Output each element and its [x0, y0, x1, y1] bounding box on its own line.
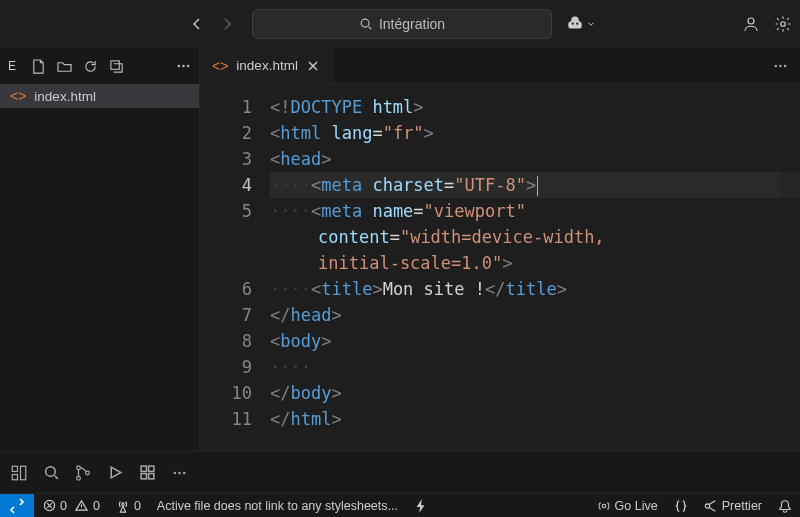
svg-point-8	[779, 64, 781, 66]
code-line[interactable]: </head>	[270, 302, 800, 328]
code-line[interactable]: initial-scale=1.0">	[270, 250, 800, 276]
panel-tab-bar	[0, 451, 800, 493]
code-line[interactable]: ····<meta name="viewport"	[270, 198, 800, 224]
svg-point-16	[86, 471, 90, 475]
error-icon	[42, 499, 56, 513]
status-prettier[interactable]: Prettier	[696, 494, 770, 518]
svg-point-23	[182, 471, 184, 473]
lightning-icon	[414, 499, 428, 513]
radio-tower-icon	[116, 499, 130, 513]
file-tree-item[interactable]: <> index.html	[0, 84, 199, 108]
close-icon[interactable]	[306, 59, 320, 73]
status-css-message[interactable]: Active file does not link to any stylesh…	[149, 494, 406, 518]
minimap[interactable]	[780, 84, 800, 451]
code-line[interactable]: ····<title>Mon site !</title>	[270, 276, 800, 302]
status-warnings-count: 0	[93, 499, 100, 513]
svg-point-1	[748, 18, 754, 24]
status-lightning[interactable]	[406, 494, 436, 518]
svg-point-7	[775, 64, 777, 66]
svg-point-21	[173, 471, 175, 473]
explorer-header: E	[0, 48, 199, 84]
titlebar: Intégration	[0, 0, 800, 48]
remote-button[interactable]	[0, 494, 34, 518]
extensions-icon[interactable]	[138, 464, 156, 482]
search-panel-icon[interactable]	[42, 464, 60, 482]
status-notifications[interactable]	[770, 494, 800, 518]
collapse-all-icon[interactable]	[108, 58, 124, 74]
new-folder-icon[interactable]	[56, 58, 72, 74]
line-number: 8	[200, 328, 252, 354]
code-line[interactable]: ····<meta charset="UTF-8">	[270, 172, 800, 198]
code-line[interactable]: <html lang="fr">	[270, 120, 800, 146]
svg-rect-11	[12, 474, 17, 479]
nav-back-button[interactable]	[188, 15, 206, 33]
new-file-icon[interactable]	[30, 58, 46, 74]
code-line[interactable]: <head>	[270, 146, 800, 172]
code-line[interactable]: </body>	[270, 380, 800, 406]
file-tree-item-label: index.html	[34, 89, 96, 104]
line-number: 9	[200, 354, 252, 380]
svg-rect-19	[141, 474, 146, 479]
status-golive-label: Go Live	[615, 499, 658, 513]
code-line[interactable]: ····	[270, 354, 800, 380]
explorer-more-icon[interactable]	[175, 58, 191, 74]
tab-more-icon[interactable]	[773, 64, 788, 68]
brace-icon	[674, 499, 688, 513]
explorer-sidebar: E <> index.html	[0, 48, 200, 451]
code-line[interactable]: <body>	[270, 328, 800, 354]
code-line[interactable]: <!DOCTYPE html>	[270, 94, 800, 120]
line-number: 7	[200, 302, 252, 328]
svg-point-26	[602, 504, 606, 508]
code-line[interactable]: content="width=device-width,	[270, 224, 800, 250]
svg-point-9	[784, 64, 786, 66]
status-prettier-label: Prettier	[722, 499, 762, 513]
run-debug-icon[interactable]	[106, 464, 124, 482]
nav-forward-button[interactable]	[218, 15, 236, 33]
editor-tab[interactable]: <> index.html	[200, 47, 333, 83]
code-content[interactable]: <!DOCTYPE html><html lang="fr"><head>···…	[270, 84, 800, 451]
copilot-menu[interactable]	[566, 15, 596, 33]
status-brace[interactable]	[666, 494, 696, 518]
status-errors-count: 0	[60, 499, 67, 513]
explorer-letter: E	[8, 59, 16, 73]
source-control-icon[interactable]	[74, 464, 92, 482]
svg-rect-17	[141, 466, 146, 471]
code-line[interactable]: </html>	[270, 406, 800, 432]
status-bar: 0 0 0 Active file does not link to any s…	[0, 493, 800, 517]
search-icon	[359, 17, 373, 31]
line-number: 10	[200, 380, 252, 406]
status-golive[interactable]: Go Live	[589, 494, 666, 518]
svg-point-13	[45, 467, 55, 477]
main-area: E <> index.html <> i	[0, 48, 800, 451]
line-number: 1	[200, 94, 252, 120]
status-ports[interactable]: 0	[108, 494, 149, 518]
search-text: Intégration	[379, 16, 445, 32]
settings-gear-icon[interactable]	[774, 15, 792, 33]
explorer-panel-icon[interactable]	[10, 464, 28, 482]
status-ports-count: 0	[134, 499, 141, 513]
refresh-icon[interactable]	[82, 58, 98, 74]
svg-point-15	[77, 476, 81, 480]
line-number: 5	[200, 198, 252, 224]
panel-more-icon[interactable]	[170, 464, 188, 482]
svg-point-27	[705, 503, 709, 507]
line-number-gutter: 12345 67891011	[200, 84, 270, 451]
code-editor[interactable]: 12345 67891011 <!DOCTYPE html><html lang…	[200, 84, 800, 451]
svg-point-6	[186, 65, 188, 67]
bell-icon	[778, 499, 792, 513]
account-icon[interactable]	[742, 15, 760, 33]
status-message-text: Active file does not link to any stylesh…	[157, 499, 398, 513]
command-center-search[interactable]: Intégration	[252, 9, 552, 39]
svg-point-5	[182, 65, 184, 67]
line-number: 2	[200, 120, 252, 146]
svg-rect-20	[148, 474, 153, 479]
line-number: 6	[200, 276, 252, 302]
status-problems[interactable]: 0 0	[34, 494, 108, 518]
broadcast-icon	[597, 499, 611, 513]
html-file-icon: <>	[10, 88, 26, 104]
warning-icon	[75, 499, 89, 513]
svg-rect-10	[12, 466, 17, 471]
svg-rect-18	[148, 466, 153, 471]
svg-point-0	[361, 19, 369, 27]
check-icon	[704, 499, 718, 513]
